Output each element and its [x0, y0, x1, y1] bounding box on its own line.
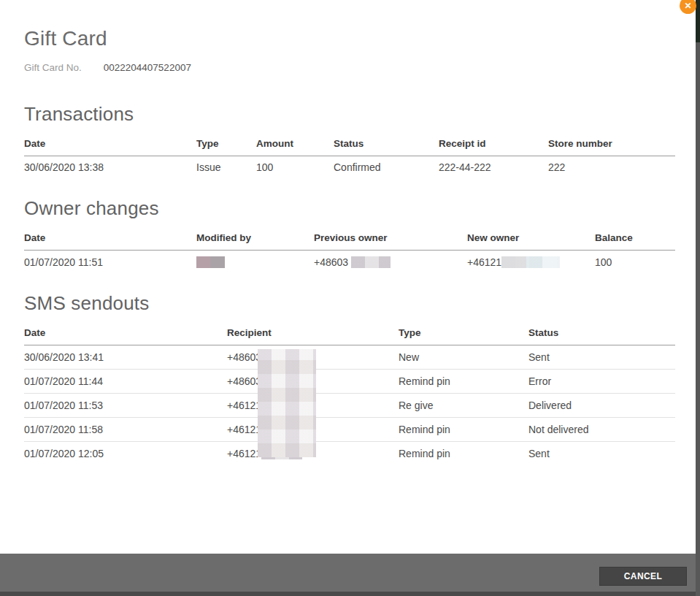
table-header-row: Date Type Amount Status Receipt id Store…: [24, 132, 675, 156]
column-header-receipt-id: Receipt id: [439, 132, 548, 156]
column-header-modified-by: Modified by: [196, 226, 314, 251]
sms-sendouts-table: Date Recipient Type Status 30/06/2020 13…: [24, 321, 675, 465]
table-header-row: Date Modified by Previous owner New owne…: [24, 226, 675, 251]
owner-changes-section: Owner changes Date Modified by Previous …: [24, 197, 675, 274]
column-header-store-number: Store number: [548, 132, 675, 156]
redacted-blur: [196, 256, 225, 268]
table-header-row: Date Recipient Type Status: [24, 321, 675, 345]
cell-date: 01/07/2020 11:44: [24, 370, 227, 394]
page-edge-bottom: [0, 592, 700, 596]
cell-date: 01/07/2020 12:05: [24, 442, 227, 466]
cell-type: New: [399, 345, 528, 370]
column-header-date: Date: [24, 226, 196, 251]
cell-type: Remind pin: [399, 442, 528, 466]
cell-date: 01/07/2020 11:51: [24, 251, 196, 275]
close-icon: ✕: [684, 1, 691, 10]
cell-type: Remind pin: [399, 418, 528, 442]
phone-prefix: +46121: [227, 448, 261, 459]
cell-status: Confirmed: [334, 156, 439, 180]
cell-date: 01/07/2020 11:58: [24, 418, 227, 442]
column-header-type: Type: [196, 132, 256, 156]
gift-card-no-label: Gift Card No.: [24, 62, 82, 74]
transactions-title: Transactions: [24, 103, 675, 126]
cell-modified-by: [196, 251, 314, 275]
phone-prefix: +48603: [227, 375, 261, 387]
redacted-blur-patch: [258, 349, 316, 457]
redacted-blur: [351, 256, 391, 268]
phone-prefix: +48603: [314, 256, 348, 268]
footer-bar: CANCEL: [0, 554, 696, 592]
table-row: 01/07/2020 11:58 +46121 Remind pin Not d…: [24, 418, 675, 442]
cell-type: Re give: [399, 394, 528, 418]
column-header-new-owner: New owner: [467, 226, 595, 251]
owner-changes-title: Owner changes: [24, 197, 675, 220]
table-row: 01/07/2020 11:51 +48603 +46121 100: [24, 251, 675, 275]
column-header-recipient: Recipient: [227, 321, 399, 345]
cell-status: Delivered: [528, 394, 675, 418]
owner-changes-table: Date Modified by Previous owner New owne…: [24, 226, 675, 274]
gift-card-number-row: Gift Card No. 0022204407522007: [24, 62, 675, 74]
cell-status: Not delivered: [528, 418, 675, 442]
cell-status: Sent: [528, 442, 675, 466]
cell-date: 30/06/2020 13:41: [24, 345, 227, 370]
column-header-status: Status: [334, 132, 439, 156]
table-row: 30/06/2020 13:38 Issue 100 Confirmed 222…: [24, 156, 675, 180]
column-header-balance: Balance: [595, 226, 675, 251]
transactions-table: Date Type Amount Status Receipt id Store…: [24, 132, 675, 179]
cell-type: Remind pin: [399, 370, 528, 394]
table-row: 30/06/2020 13:41 +48603 New Sent: [24, 345, 675, 370]
cell-amount: 100: [256, 156, 334, 180]
gift-card-no-value: 0022204407522007: [104, 62, 191, 74]
phone-prefix: +46121: [467, 256, 501, 268]
close-button[interactable]: ✕: [680, 0, 696, 14]
table-row: 01/07/2020 11:44 +48603 Remind pin Error: [24, 370, 675, 394]
cancel-button[interactable]: CANCEL: [599, 567, 687, 586]
cell-store-number: 222: [548, 156, 675, 180]
table-row: 01/07/2020 12:05 +46121 Remind pin Sent: [24, 442, 675, 466]
phone-prefix: +48603: [227, 351, 261, 363]
cell-date: 30/06/2020 13:38: [24, 156, 196, 180]
cell-type: Issue: [196, 156, 256, 180]
phone-prefix: +46121: [227, 400, 261, 411]
column-header-amount: Amount: [256, 132, 334, 156]
sms-sendouts-title: SMS sendouts: [24, 292, 675, 315]
redacted-blur: [501, 256, 560, 268]
table-row: 01/07/2020 11:53 +46121 Re give Delivere…: [24, 394, 675, 418]
cell-status: Error: [528, 370, 675, 394]
column-header-status: Status: [528, 321, 675, 345]
column-header-date: Date: [24, 321, 227, 345]
gift-card-modal: Gift Card Gift Card No. 0022204407522007…: [0, 26, 700, 465]
cell-status: Sent: [528, 345, 675, 370]
page-title: Gift Card: [24, 26, 675, 50]
transactions-section: Transactions Date Type Amount Status Rec…: [24, 103, 675, 179]
phone-prefix: +46121: [227, 424, 261, 435]
cell-new-owner: +46121: [467, 251, 595, 275]
cell-previous-owner: +48603: [314, 251, 467, 275]
sms-sendouts-section: SMS sendouts Date Recipient Type Status: [24, 292, 675, 465]
column-header-type: Type: [399, 321, 528, 345]
cell-receipt-id: 222-44-222: [439, 156, 548, 180]
cell-balance: 100: [595, 251, 675, 275]
column-header-date: Date: [24, 132, 196, 156]
cell-date: 01/07/2020 11:53: [24, 394, 227, 418]
page-edge-right: [696, 0, 700, 596]
column-header-previous-owner: Previous owner: [314, 226, 467, 251]
